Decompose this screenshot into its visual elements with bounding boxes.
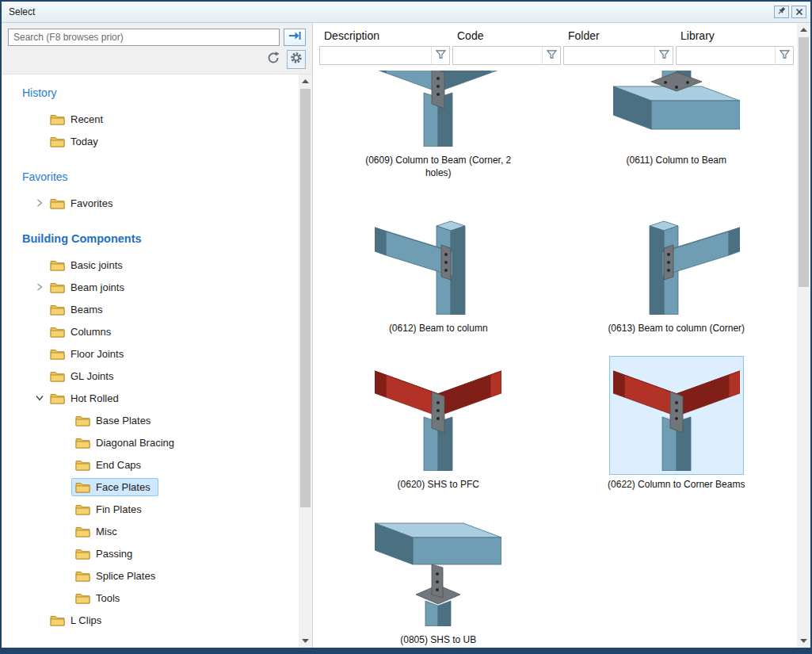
tree-item-splice-plates[interactable]: Splice Plates bbox=[11, 564, 299, 587]
tree-item-box[interactable]: Columns bbox=[46, 323, 119, 341]
component-thumbnail[interactable] bbox=[371, 200, 505, 319]
column-header-description[interactable]: Description bbox=[319, 28, 452, 45]
tree-item-label: Splice Plates bbox=[96, 570, 155, 582]
left-panel: HistoryRecentTodayFavoritesFavoritesBuil… bbox=[2, 23, 313, 648]
column-header-library[interactable]: Library bbox=[676, 28, 795, 45]
tree-item-diagonal-bracing[interactable]: Diagonal Bracing bbox=[11, 431, 299, 453]
filter-cell-code[interactable] bbox=[452, 46, 561, 65]
component-card-0805-shs-t[interactable]: (0805) SHS to UB bbox=[371, 511, 505, 647]
scrollbar-thumb[interactable] bbox=[300, 89, 311, 507]
triangle-down-icon bbox=[302, 639, 309, 643]
scroll-down-button[interactable] bbox=[797, 634, 810, 648]
component-card-0612-beam[interactable]: (0612) Beam to column bbox=[371, 200, 505, 335]
filter-button[interactable] bbox=[775, 47, 793, 64]
tree-item-misc[interactable]: Misc bbox=[11, 520, 299, 542]
gear-icon bbox=[289, 51, 303, 68]
tree-item-columns[interactable]: Columns bbox=[11, 320, 299, 342]
component-card-0609-colum[interactable]: (0609) Column to Beam (Corner, 2 holes) bbox=[357, 70, 520, 179]
filter-button[interactable] bbox=[542, 47, 560, 64]
component-caption: (0805) SHS to UB bbox=[400, 634, 476, 647]
folder-icon bbox=[75, 415, 90, 426]
tree-item-base-plates[interactable]: Base Plates bbox=[11, 409, 299, 431]
chevron-right-icon[interactable] bbox=[33, 197, 46, 209]
tree-item-box[interactable]: Beams bbox=[46, 300, 110, 319]
component-card-0613-beam[interactable]: (0613) Beam to column (Corner) bbox=[608, 200, 745, 335]
tree-item-today[interactable]: Today bbox=[11, 130, 299, 152]
tree-item-box[interactable]: Recent bbox=[46, 110, 111, 128]
tree-item-box[interactable]: Today bbox=[46, 132, 106, 151]
tree-item-box[interactable]: Fin Plates bbox=[71, 500, 150, 518]
tree-item-box[interactable]: L Clips bbox=[46, 611, 109, 629]
tree-item-box[interactable]: Passing bbox=[71, 545, 140, 563]
tree-item-beams[interactable]: Beams bbox=[11, 298, 299, 320]
pin-button[interactable] bbox=[774, 6, 789, 18]
search-input[interactable] bbox=[8, 29, 280, 46]
scroll-down-button[interactable] bbox=[299, 634, 312, 648]
pin-icon bbox=[777, 5, 787, 19]
tree-item-label: Misc bbox=[96, 526, 117, 537]
chevron-right-icon[interactable] bbox=[33, 281, 46, 293]
tree-item-hot-rolled[interactable]: Hot Rolled bbox=[11, 387, 299, 409]
tree-item-label: Favorites bbox=[71, 197, 112, 209]
tree-scrollbar[interactable] bbox=[299, 75, 312, 648]
component-thumbnail[interactable] bbox=[609, 356, 744, 475]
tree-section-history: History bbox=[11, 82, 299, 103]
tree-item-label: Today bbox=[71, 136, 98, 147]
component-thumbnail[interactable] bbox=[371, 356, 505, 475]
tree-item-label: End Caps bbox=[96, 459, 141, 471]
tree-item-box[interactable]: Misc bbox=[71, 522, 125, 541]
chevron-down-icon[interactable] bbox=[33, 392, 46, 404]
component-caption: (0609) Column to Beam (Corner, 2 holes) bbox=[357, 155, 520, 179]
tree-item-box[interactable]: Face Plates bbox=[71, 478, 158, 496]
filter-cell-library[interactable] bbox=[676, 46, 794, 65]
tree-item-tools[interactable]: Tools bbox=[11, 587, 299, 609]
tree-item-box[interactable]: Hot Rolled bbox=[46, 389, 127, 407]
tree-item-floor-joints[interactable]: Floor Joints bbox=[11, 342, 299, 365]
search-submit-button[interactable] bbox=[284, 29, 306, 46]
tree-item-box[interactable]: Favorites bbox=[46, 194, 120, 212]
tree-item-favorites[interactable]: Favorites bbox=[11, 192, 299, 214]
funnel-icon bbox=[658, 48, 670, 63]
scrollbar-thumb[interactable] bbox=[799, 37, 809, 287]
component-thumbnail[interactable] bbox=[609, 70, 744, 151]
tree-item-box[interactable]: Splice Plates bbox=[71, 567, 163, 585]
tree-item-box[interactable]: Base Plates bbox=[71, 411, 158, 430]
component-card-0622-colum[interactable]: (0622) Column to Corner Beams bbox=[608, 356, 745, 491]
tree-item-box[interactable]: Beam joints bbox=[46, 278, 132, 296]
tree-item-box[interactable]: Basic joints bbox=[46, 256, 131, 274]
tree-item-box[interactable]: End Caps bbox=[71, 456, 149, 474]
component-thumbnail[interactable] bbox=[609, 200, 744, 319]
filter-button[interactable] bbox=[654, 47, 673, 64]
tree-item-box[interactable]: Diagonal Bracing bbox=[71, 434, 182, 452]
tree-item-recent[interactable]: Recent bbox=[11, 108, 299, 130]
column-header-folder[interactable]: Folder bbox=[563, 28, 676, 45]
component-thumbnail[interactable] bbox=[371, 70, 505, 151]
component-card-0611-colum[interactable]: (0611) Column to Beam bbox=[609, 70, 744, 179]
filter-cell-folder[interactable] bbox=[563, 46, 673, 65]
tree-item-face-plates[interactable]: Face Plates bbox=[11, 476, 299, 498]
filter-row bbox=[319, 46, 795, 65]
settings-button[interactable] bbox=[287, 50, 306, 69]
tree-item-beam-joints[interactable]: Beam joints bbox=[11, 276, 299, 298]
close-button[interactable] bbox=[791, 6, 806, 18]
component-card-0620-shs-t[interactable]: (0620) SHS to PFC bbox=[371, 356, 505, 491]
column-header-code[interactable]: Code bbox=[452, 28, 563, 45]
refresh-button[interactable] bbox=[264, 50, 283, 69]
titlebar[interactable]: Select bbox=[2, 2, 810, 23]
tree-item-l-clips[interactable]: L Clips bbox=[11, 609, 299, 631]
scroll-up-button[interactable] bbox=[797, 23, 810, 36]
grid-scrollbar[interactable] bbox=[797, 23, 810, 648]
tree-item-box[interactable]: Floor Joints bbox=[46, 345, 132, 363]
tree-item-fin-plates[interactable]: Fin Plates bbox=[11, 498, 299, 520]
filter-button[interactable] bbox=[431, 47, 449, 64]
close-icon bbox=[795, 5, 803, 19]
tree-item-box[interactable]: Tools bbox=[71, 589, 128, 607]
tree-item-end-caps[interactable]: End Caps bbox=[11, 453, 299, 476]
scroll-up-button[interactable] bbox=[299, 75, 312, 88]
tree-item-box[interactable]: GL Joints bbox=[46, 367, 121, 385]
tree-item-basic-joints[interactable]: Basic joints bbox=[11, 254, 299, 276]
component-thumbnail[interactable] bbox=[371, 511, 505, 630]
filter-cell-description[interactable] bbox=[319, 46, 450, 65]
tree-item-gl-joints[interactable]: GL Joints bbox=[11, 365, 299, 387]
tree-item-passing[interactable]: Passing bbox=[11, 542, 299, 564]
